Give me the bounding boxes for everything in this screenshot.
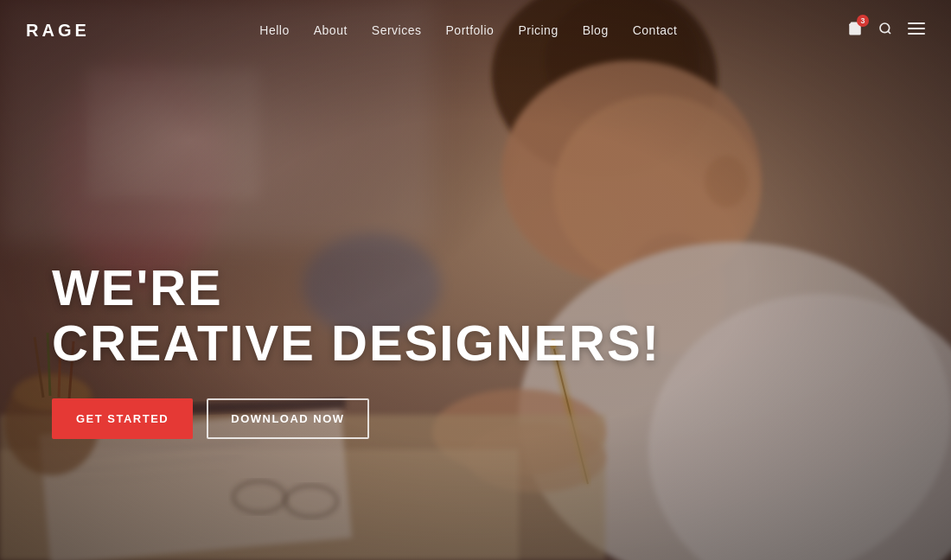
svg-rect-40 [908, 28, 925, 29]
search-icon[interactable] [878, 22, 892, 39]
nav-links: Hello About Services Portfolio Pricing B… [259, 22, 677, 38]
hero-content: WE'RE CREATIVE DESIGNERS! GET STARTED DO… [52, 260, 661, 439]
nav-item-contact[interactable]: Contact [633, 22, 678, 38]
get-started-button[interactable]: GET STARTED [52, 398, 193, 439]
hero-section: RAGE Hello About Services Portfolio Pric… [0, 0, 951, 560]
navbar: RAGE Hello About Services Portfolio Pric… [0, 0, 951, 60]
brand-logo[interactable]: RAGE [26, 21, 90, 41]
nav-link-about[interactable]: About [314, 23, 348, 37]
nav-link-services[interactable]: Services [372, 23, 422, 37]
nav-item-hello[interactable]: Hello [259, 22, 289, 38]
svg-point-38 [880, 23, 890, 33]
hero-headline-line1: WE'RE [52, 260, 661, 315]
menu-icon[interactable] [908, 22, 925, 38]
nav-link-blog[interactable]: Blog [583, 23, 609, 37]
nav-link-contact[interactable]: Contact [633, 23, 678, 37]
download-now-button[interactable]: DOWNLOAD NOW [207, 398, 368, 439]
cart-icon[interactable]: 3 [847, 21, 863, 40]
cart-badge: 3 [857, 15, 869, 27]
hero-buttons: GET STARTED DOWNLOAD NOW [52, 398, 661, 439]
nav-link-hello[interactable]: Hello [259, 23, 289, 37]
nav-item-pricing[interactable]: Pricing [518, 22, 558, 38]
nav-link-pricing[interactable]: Pricing [518, 23, 558, 37]
nav-item-about[interactable]: About [314, 22, 348, 38]
svg-rect-39 [908, 22, 925, 24]
hero-headline-line2: CREATIVE DESIGNERS! [52, 315, 661, 371]
nav-item-services[interactable]: Services [372, 22, 422, 38]
svg-rect-41 [908, 33, 925, 35]
nav-icons: 3 [847, 21, 925, 40]
nav-link-portfolio[interactable]: Portfolio [446, 23, 495, 37]
nav-item-blog[interactable]: Blog [583, 22, 609, 38]
nav-item-portfolio[interactable]: Portfolio [446, 22, 495, 38]
